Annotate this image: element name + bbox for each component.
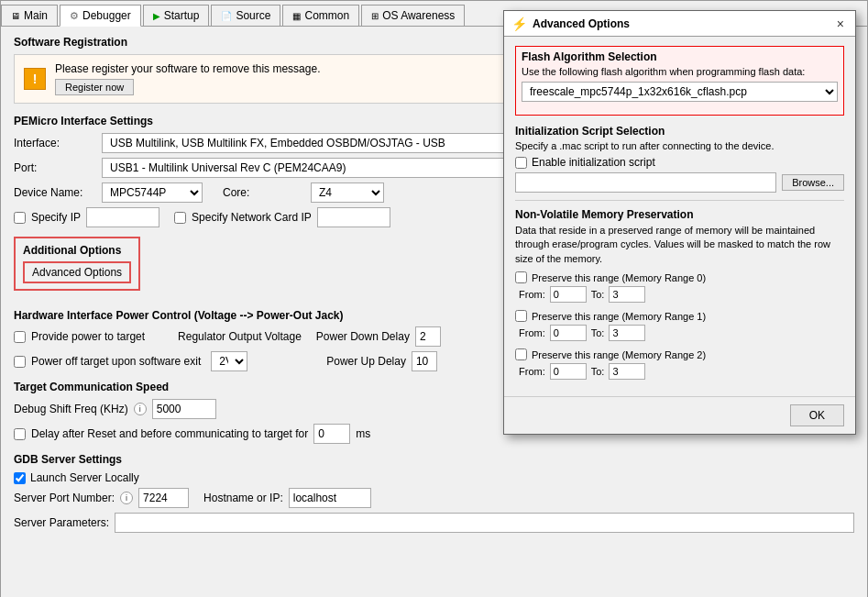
range-0-from-label: From: bbox=[519, 289, 545, 300]
browse-button[interactable]: Browse... bbox=[782, 174, 844, 191]
enable-init-script-label: Enable initialization script bbox=[532, 156, 655, 169]
init-script-subsection: Initialization Script Selection Specify … bbox=[515, 125, 844, 193]
preserve-range-1-label: Preserve this range (Memory Range 1) bbox=[532, 311, 706, 322]
range-0-to-label: To: bbox=[591, 289, 605, 300]
enable-init-script-checkbox[interactable] bbox=[515, 157, 527, 169]
flash-algo-select[interactable]: freescale_mpc5744p_1x32x616k_cflash.pcp bbox=[522, 82, 838, 102]
main-window: Main Debugger Startup Source Common OS A… bbox=[0, 0, 868, 597]
range-2-from-label: From: bbox=[519, 366, 545, 377]
range-0-to-input[interactable] bbox=[609, 286, 645, 303]
flash-algo-desc: Use the following flash algorithm when p… bbox=[522, 66, 838, 77]
init-script-input[interactable] bbox=[515, 172, 776, 193]
dialog-divider bbox=[515, 200, 844, 201]
nvmem-desc: Data that reside in a preserved range of… bbox=[515, 224, 844, 266]
flash-algo-title: Flash Algorithm Selection bbox=[522, 50, 838, 63]
preserve-range-2-label: Preserve this range (Memory Range 2) bbox=[532, 349, 706, 360]
range-1-values: From: To: bbox=[519, 325, 844, 341]
range-0-from-input[interactable] bbox=[550, 286, 587, 303]
nvmem-title: Non-Volatile Memory Preservation bbox=[515, 208, 844, 221]
dialog-close-button[interactable]: × bbox=[833, 17, 848, 31]
init-script-title: Initialization Script Selection bbox=[515, 125, 844, 138]
flash-algo-box: Flash Algorithm Selection Use the follow… bbox=[515, 46, 844, 116]
range-1-to-label: To: bbox=[591, 327, 605, 338]
preserve-range-0-label: Preserve this range (Memory Range 0) bbox=[532, 272, 706, 283]
preserve-range-1-checkbox[interactable] bbox=[515, 310, 527, 322]
range-2-values: From: To: bbox=[519, 363, 844, 380]
range-0-values: From: To: bbox=[519, 286, 844, 303]
range-2-to-label: To: bbox=[591, 366, 605, 377]
preserve-range-2-row: Preserve this range (Memory Range 2) bbox=[515, 348, 844, 360]
dialog-body: Flash Algorithm Selection Use the follow… bbox=[504, 37, 855, 396]
init-script-file-row: Browse... bbox=[515, 172, 844, 193]
preserve-range-1-row: Preserve this range (Memory Range 1) bbox=[515, 310, 844, 322]
range-2-to-input[interactable] bbox=[609, 363, 645, 380]
init-script-desc: Specify a .mac script to run after conne… bbox=[515, 140, 844, 151]
dialog-footer: OK bbox=[504, 396, 855, 434]
dialog-icon: ⚡ bbox=[511, 17, 527, 31]
enable-init-script-row: Enable initialization script bbox=[515, 156, 844, 169]
dialog-title-text: Advanced Options bbox=[533, 17, 630, 30]
preserve-range-2-checkbox[interactable] bbox=[515, 348, 527, 360]
nvmem-subsection: Non-Volatile Memory Preservation Data th… bbox=[515, 208, 844, 380]
range-2-from-input[interactable] bbox=[550, 363, 587, 380]
range-1-from-label: From: bbox=[519, 327, 545, 338]
preserve-range-0-row: Preserve this range (Memory Range 0) bbox=[515, 271, 844, 283]
dialog-overlay: ⚡ Advanced Options × Flash Algorithm Sel… bbox=[1, 1, 867, 596]
advanced-options-dialog: ⚡ Advanced Options × Flash Algorithm Sel… bbox=[503, 10, 856, 435]
ok-button[interactable]: OK bbox=[790, 404, 844, 426]
range-1-to-input[interactable] bbox=[609, 325, 645, 341]
dialog-titlebar: ⚡ Advanced Options × bbox=[504, 11, 855, 37]
range-1-from-input[interactable] bbox=[550, 325, 587, 341]
dialog-title: ⚡ Advanced Options bbox=[511, 17, 630, 31]
preserve-range-0-checkbox[interactable] bbox=[515, 271, 527, 283]
